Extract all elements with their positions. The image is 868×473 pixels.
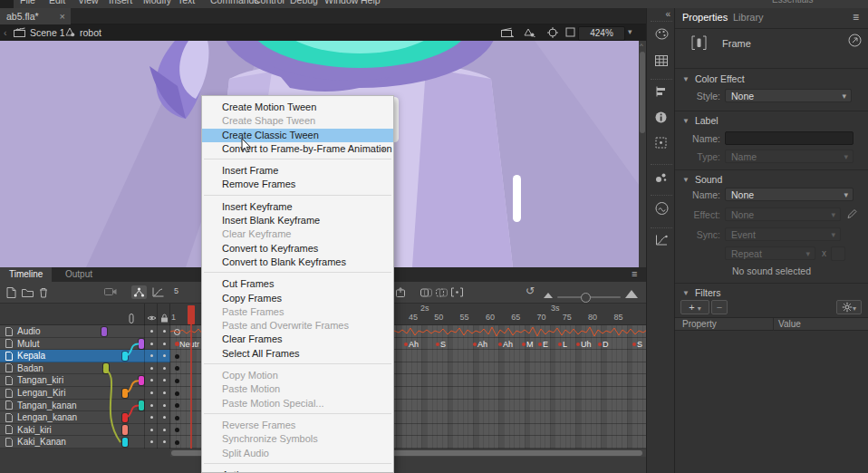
menu-commands[interactable]: Commands bbox=[210, 0, 259, 7]
layer-visibility-dot[interactable] bbox=[150, 379, 153, 381]
color-panel-icon[interactable] bbox=[655, 28, 669, 40]
edit-multiple-frames-icon[interactable] bbox=[451, 287, 463, 297]
layer-visibility-dot[interactable] bbox=[150, 354, 153, 357]
menu-item-actions[interactable]: Actions bbox=[202, 468, 393, 473]
breadcrumb-scene[interactable]: Scene 1 bbox=[30, 27, 65, 38]
menu-control[interactable]: Control bbox=[254, 0, 285, 7]
edit-symbols-icon[interactable] bbox=[524, 27, 535, 37]
edit-scene-icon[interactable] bbox=[501, 27, 514, 37]
timeline-zoom-knob[interactable] bbox=[581, 293, 591, 303]
parent-marker[interactable] bbox=[101, 327, 107, 337]
zoom-level-select[interactable]: 424% bbox=[578, 26, 625, 41]
menu-item-copy-frames[interactable]: Copy Frames bbox=[202, 292, 393, 305]
timeline-panel-menu-icon[interactable]: ≡ bbox=[632, 268, 637, 279]
parent-marker[interactable] bbox=[122, 438, 128, 448]
parenting-view-icon[interactable] bbox=[131, 285, 147, 299]
sound-repeat-dropdown[interactable]: Repeat▾ bbox=[725, 246, 815, 260]
layer-lock-dot[interactable] bbox=[163, 367, 166, 370]
delete-layer-icon[interactable] bbox=[39, 287, 48, 298]
layer-lock-dot[interactable] bbox=[163, 404, 166, 407]
layer-visibility-dot[interactable] bbox=[150, 391, 153, 394]
menu-item-clear-keyframe[interactable]: Clear Keyframe bbox=[202, 227, 393, 241]
layer-visibility-dot[interactable] bbox=[150, 367, 153, 370]
graph-view-icon[interactable] bbox=[152, 287, 164, 297]
tab-timeline[interactable]: Timeline bbox=[0, 267, 52, 282]
remove-filter-button[interactable]: − bbox=[711, 300, 728, 314]
menu-item-clear-frames[interactable]: Clear Frames bbox=[202, 333, 393, 346]
repeat-count-stepper[interactable] bbox=[831, 246, 845, 261]
scroll-up-icon[interactable]: ^ bbox=[640, 42, 643, 50]
back-icon[interactable]: ‹ bbox=[4, 27, 7, 38]
tab-library[interactable]: Library bbox=[733, 12, 764, 23]
layer-visibility-dot[interactable] bbox=[150, 330, 153, 333]
menu-window[interactable]: Window bbox=[324, 0, 358, 7]
layer-lock-dot[interactable] bbox=[163, 330, 166, 333]
sound-sync-dropdown[interactable]: Event▾ bbox=[725, 227, 841, 241]
menu-text[interactable]: Text bbox=[178, 0, 195, 7]
filter-options-button[interactable]: ▾ bbox=[836, 300, 862, 314]
layer-visibility-dot[interactable] bbox=[150, 440, 153, 443]
reset-timeline-zoom-icon[interactable]: ↺ bbox=[526, 285, 535, 297]
center-stage-icon[interactable] bbox=[547, 27, 558, 38]
menu-item-convert-to-frame-by-frame-animation[interactable]: Convert to Frame-by-Frame Animation› bbox=[202, 142, 393, 156]
layer-visibility-dot[interactable] bbox=[150, 416, 153, 419]
expand-panels-icon[interactable]: « bbox=[665, 9, 670, 19]
menu-modify[interactable]: Modify bbox=[143, 0, 171, 7]
menu-item-paste-frames[interactable]: Paste Frames bbox=[202, 305, 393, 319]
onion-skin-icon[interactable] bbox=[420, 287, 432, 297]
section-sound[interactable]: ▼Sound bbox=[682, 174, 722, 185]
properties-panel-menu-icon[interactable]: ≡ bbox=[853, 11, 859, 24]
layer-lock-dot[interactable] bbox=[163, 440, 166, 443]
sound-effect-dropdown[interactable]: None▾ bbox=[725, 208, 841, 221]
menu-item-split-audio[interactable]: Split Audio bbox=[202, 447, 393, 460]
scrollbar-thumb[interactable] bbox=[640, 52, 645, 133]
menu-item-paste-and-overwrite-frames[interactable]: Paste and Overwrite Frames bbox=[202, 319, 393, 333]
publish-frames-icon[interactable] bbox=[396, 287, 408, 297]
menu-item-copy-motion[interactable]: Copy Motion bbox=[202, 369, 393, 382]
layer-lock-dot[interactable] bbox=[163, 379, 166, 381]
swatches-panel-icon[interactable] bbox=[655, 55, 668, 66]
menu-item-remove-frames[interactable]: Remove Frames bbox=[202, 178, 393, 191]
breadcrumb-symbol[interactable]: robot bbox=[80, 27, 101, 38]
layer-lock-dot[interactable] bbox=[163, 416, 166, 419]
menu-debug[interactable]: Debug bbox=[290, 0, 318, 7]
zoom-in-frames-icon[interactable] bbox=[625, 290, 638, 298]
parent-marker[interactable] bbox=[122, 352, 128, 362]
layer-visibility-dot[interactable] bbox=[150, 429, 153, 431]
layer-lock-dot[interactable] bbox=[163, 391, 166, 394]
menu-item-convert-to-blank-keyframes[interactable]: Convert to Blank Keyframes bbox=[202, 256, 393, 269]
tab-properties[interactable]: Properties bbox=[682, 12, 728, 23]
brush-library-panel-icon[interactable] bbox=[655, 171, 667, 183]
menu-item-insert-frame[interactable]: Insert Frame bbox=[202, 164, 393, 178]
info-panel-icon[interactable] bbox=[655, 111, 667, 123]
convert-to-symbol-icon[interactable] bbox=[848, 34, 862, 47]
workspace-switcher[interactable]: Essentials bbox=[772, 0, 814, 7]
menu-item-synchronize-symbols[interactable]: Synchronize Symbols bbox=[202, 432, 393, 446]
onion-skin-outlines-icon[interactable] bbox=[436, 287, 448, 297]
layer-visibility-dot[interactable] bbox=[150, 343, 153, 345]
section-filters[interactable]: ▼Filters bbox=[682, 287, 721, 298]
playhead-handle[interactable] bbox=[188, 305, 195, 324]
layer-lock-dot[interactable] bbox=[163, 429, 166, 431]
section-color-effect[interactable]: ▼Color Effect bbox=[682, 73, 745, 84]
menu-item-select-all-frames[interactable]: Select All Frames bbox=[202, 347, 393, 361]
clip-content-icon[interactable] bbox=[565, 27, 575, 37]
add-filter-button[interactable]: + ▾ bbox=[680, 300, 709, 314]
parent-marker[interactable] bbox=[122, 413, 128, 423]
visibility-column-eye-icon[interactable] bbox=[147, 314, 157, 322]
close-tab-icon[interactable]: × bbox=[60, 8, 65, 24]
tab-output[interactable]: Output bbox=[56, 267, 101, 282]
layer-lock-dot[interactable] bbox=[163, 354, 166, 357]
app-logo-icon[interactable] bbox=[0, 0, 14, 8]
menu-help[interactable]: Help bbox=[361, 0, 381, 7]
menu-item-paste-motion[interactable]: Paste Motion bbox=[202, 382, 393, 396]
menu-item-convert-to-keyframes[interactable]: Convert to Keyframes bbox=[202, 242, 393, 256]
align-panel-icon[interactable] bbox=[655, 86, 667, 97]
menu-item-insert-blank-keyframe[interactable]: Insert Blank Keyframe bbox=[202, 214, 393, 227]
new-layer-icon[interactable] bbox=[5, 287, 16, 298]
lock-column-lock-icon[interactable] bbox=[160, 314, 169, 323]
document-tab[interactable]: ab5.fla* × bbox=[0, 8, 71, 24]
menu-item-cut-frames[interactable]: Cut Frames bbox=[202, 277, 393, 291]
transform-panel-icon[interactable] bbox=[655, 137, 667, 149]
sound-name-dropdown[interactable]: None▾ bbox=[725, 188, 854, 201]
